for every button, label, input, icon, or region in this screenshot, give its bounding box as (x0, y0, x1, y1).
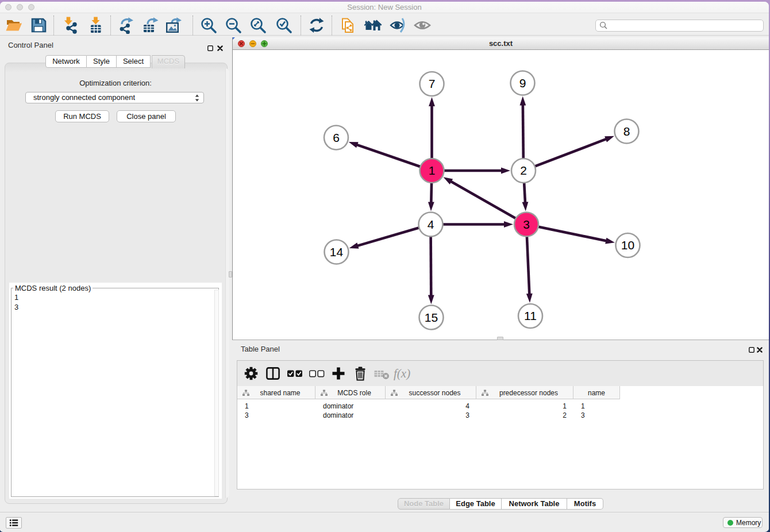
column-header[interactable]: name (573, 386, 620, 399)
table-row[interactable]: 3dominator323 (237, 411, 620, 420)
tab-network[interactable]: Network (45, 55, 87, 68)
tab-node-table[interactable]: Node Table (398, 498, 450, 510)
mcds-result-item[interactable]: 1 (14, 292, 18, 302)
table-row[interactable]: 1dominator411 (237, 402, 620, 411)
trash-icon (353, 366, 368, 381)
show-panels-menu-button[interactable] (6, 517, 22, 529)
control-panel-float-button[interactable] (207, 43, 213, 53)
toolbar-separator (110, 16, 111, 35)
network-canvas[interactable]: 1234678910111415 (233, 51, 769, 340)
export-network-button[interactable] (117, 16, 136, 34)
memory-label: Memory (736, 519, 761, 527)
graph-edge-arrowhead (429, 97, 435, 106)
close-panel-button[interactable]: Close panel (117, 110, 176, 122)
column-header[interactable]: predecessor nodes (476, 386, 573, 399)
graph-node-label: 14 (330, 245, 344, 259)
optimization-criterion-select[interactable]: strongly connected component (25, 92, 204, 103)
tab-select[interactable]: Select (117, 55, 151, 68)
save-icon (30, 17, 47, 34)
zoom-out-button[interactable] (224, 16, 242, 34)
mcds-result-border (11, 288, 219, 497)
column-layout-button[interactable] (264, 364, 282, 383)
search-input[interactable] (608, 21, 763, 30)
graph-edge[interactable] (535, 139, 607, 167)
export-network-icon (118, 17, 135, 34)
graph-edge[interactable] (431, 237, 432, 296)
import-table-button[interactable] (86, 16, 105, 34)
control-panel-scrollbar[interactable] (225, 68, 229, 498)
column-header[interactable]: MCDS role (315, 386, 386, 399)
save-session-button[interactable] (29, 16, 48, 34)
graph-edge[interactable] (527, 237, 529, 295)
deselect-all-columns-button[interactable] (307, 364, 326, 383)
tab-edge-table[interactable]: Edge Table (450, 498, 502, 510)
graph-edge-arrowhead (428, 202, 434, 211)
horizontal-splitter-handle[interactable] (497, 337, 503, 340)
import-network-icon (61, 17, 79, 34)
tab-mcds[interactable]: MCDS (152, 55, 185, 68)
mcds-result-item[interactable]: 3 (14, 302, 18, 312)
memory-status-icon (727, 520, 733, 526)
network-view-window: scc.txt 1234678910111415 (232, 37, 769, 340)
mcds-result-scrollbar[interactable] (214, 290, 219, 496)
graph-edge-arrowhead (428, 295, 434, 304)
function-builder-button[interactable]: f(x) (392, 364, 415, 383)
zoom-in-button[interactable] (199, 16, 218, 34)
tab-motifs[interactable]: Motifs (567, 498, 603, 510)
graph-edge[interactable] (524, 183, 525, 203)
clone-network-button[interactable] (338, 16, 357, 34)
graph-edge[interactable] (356, 145, 420, 167)
tab-style[interactable]: Style (87, 55, 117, 68)
export-table-button[interactable] (141, 16, 160, 34)
zoom-selected-icon (275, 17, 292, 34)
graph-edge[interactable] (523, 104, 523, 158)
table-cell: 1 (237, 402, 315, 411)
search-box (595, 20, 764, 32)
memory-button[interactable]: Memory (723, 517, 763, 528)
graph-edge-arrowhead (522, 202, 529, 211)
zoom-out-icon (225, 17, 242, 34)
control-panel-close-button[interactable] (217, 43, 223, 53)
table-panel-close-button[interactable] (757, 345, 763, 355)
column-header[interactable]: shared name (237, 386, 315, 399)
app-title: Session: New Session (0, 2, 769, 13)
plus-icon (331, 366, 346, 381)
first-neighbors-button[interactable] (364, 16, 382, 34)
select-all-columns-button[interactable] (286, 364, 304, 383)
delete-table-icon (374, 366, 390, 381)
graph-edge[interactable] (357, 228, 419, 246)
table-cell: 4 (386, 402, 476, 411)
open-file-button[interactable] (5, 16, 23, 34)
create-column-button[interactable] (329, 364, 348, 383)
main-toolbar (0, 13, 769, 36)
export-table-icon (142, 17, 159, 34)
run-mcds-button[interactable]: Run MCDS (55, 110, 109, 122)
mcds-result-list[interactable]: 1 3 (14, 292, 18, 312)
delete-column-button[interactable] (351, 364, 369, 383)
gear-icon (244, 366, 259, 381)
column-type-icon (242, 390, 249, 396)
app-titlebar: Session: New Session (0, 2, 769, 13)
apply-layout-button[interactable] (307, 16, 326, 34)
graph-edge[interactable] (538, 227, 607, 241)
show-all-button[interactable] (413, 16, 432, 34)
graph-edge-arrowhead (501, 168, 510, 174)
tab-network-table[interactable]: Network Table (502, 498, 567, 510)
delete-table-button[interactable] (372, 364, 391, 383)
export-image-button[interactable] (164, 16, 183, 34)
table-settings-button[interactable] (242, 364, 260, 383)
hide-selected-button[interactable] (389, 16, 407, 34)
table-panel-float-button[interactable] (749, 345, 754, 355)
graph-edge[interactable] (431, 183, 432, 203)
graph-node-label: 6 (333, 131, 340, 144)
graph-node-label: 8 (623, 125, 630, 138)
import-network-button[interactable] (61, 16, 79, 34)
mcds-result-group: MCDS result (2 nodes) 1 3 (9, 283, 222, 499)
column-header[interactable]: successor nodes (386, 386, 476, 399)
graph-edge[interactable] (451, 181, 516, 218)
zoom-selected-button[interactable] (275, 16, 293, 34)
zoom-fit-button[interactable] (249, 16, 267, 34)
table-toolbar: f(x) (237, 361, 763, 386)
graph-node-label: 7 (429, 77, 436, 90)
graph-node-label: 1 (429, 164, 436, 177)
